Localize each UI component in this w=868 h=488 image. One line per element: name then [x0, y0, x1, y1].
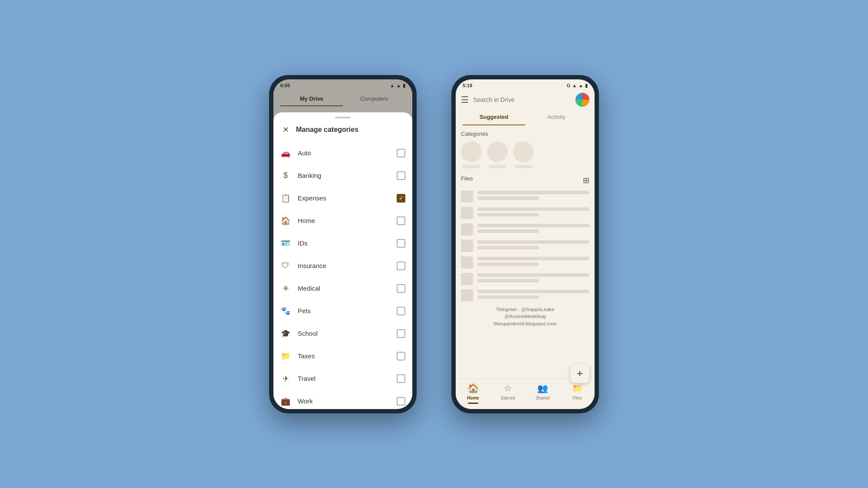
home-nav-icon: 🏠 [467, 382, 479, 394]
category-auto[interactable]: 🚗 Auto [273, 142, 412, 164]
home-nav-label: Home [467, 396, 479, 400]
bubble-circle-1 [461, 141, 482, 162]
medical-label: Medical [298, 285, 390, 292]
telegram-watermark: Telegram - @GappsLeaks@Assembledebugthes… [461, 306, 589, 328]
category-medical[interactable]: ✳ Medical [273, 277, 412, 300]
category-banking[interactable]: $ Banking [273, 164, 412, 187]
skel-line-7b [477, 295, 539, 299]
skel-lines-1 [477, 191, 589, 202]
home-checkbox[interactable] [397, 216, 405, 225]
category-pets[interactable]: 🐾 Pets [273, 300, 412, 322]
banking-checkbox[interactable] [397, 171, 405, 180]
wifi-icon-2: ▲ [579, 83, 583, 88]
category-travel[interactable]: ✈ Travel [273, 367, 412, 390]
skel-icon-6 [461, 273, 473, 285]
skel-icon-4 [461, 240, 473, 252]
skel-line-3b [477, 229, 539, 233]
skel-line-2b [477, 213, 539, 216]
fab-button[interactable]: + [570, 364, 589, 383]
avatar[interactable] [575, 93, 589, 107]
category-expenses[interactable]: 📋 Expenses ✓ [273, 187, 412, 210]
travel-icon: ✈ [280, 373, 291, 384]
bubble-circle-3 [513, 141, 534, 162]
travel-label: Travel [298, 375, 390, 382]
file-skeleton-2 [461, 207, 589, 219]
skel-lines-3 [477, 224, 589, 235]
shared-nav-icon: 👥 [536, 382, 549, 394]
skel-line-2a [477, 207, 589, 211]
insurance-icon: 🛡 [280, 261, 291, 271]
hamburger-icon[interactable]: ☰ [461, 95, 469, 105]
tab-activity[interactable]: Activity [525, 109, 588, 125]
work-checkbox[interactable] [397, 397, 405, 406]
sheet-handle [335, 117, 351, 118]
categories-row [461, 141, 589, 168]
school-checkbox[interactable] [397, 329, 405, 338]
skel-line-7a [477, 290, 589, 293]
nav-home[interactable]: 🏠 Home [456, 381, 490, 405]
phone2-main: ☰ Search in Drive Suggested Activity Cat… [456, 90, 595, 409]
home-icon: 🏠 [280, 216, 291, 226]
medical-icon: ✳ [280, 283, 291, 294]
school-icon: 🎓 [280, 328, 291, 339]
close-button[interactable]: ✕ [280, 124, 291, 135]
time-2: 5:19 [463, 83, 472, 88]
files-nav-label: Files [572, 396, 582, 400]
taxes-label: Taxes [298, 352, 390, 360]
signal-icon-2: ▲ [572, 83, 577, 88]
auto-checkbox[interactable] [397, 149, 405, 157]
google-icon: G [567, 83, 571, 88]
auto-label: Auto [298, 149, 390, 157]
ids-icon: 🪪 [280, 238, 291, 249]
grid-view-icon[interactable]: ⊞ [583, 176, 589, 185]
sheet-title: Manage categories [296, 126, 358, 134]
skel-lines-6 [477, 273, 589, 285]
files-nav-icon: 📁 [571, 382, 583, 394]
taxes-checkbox[interactable] [397, 352, 405, 360]
skel-line-5a [477, 257, 589, 260]
bubble-label-2 [489, 165, 506, 168]
cat-bubble-3 [513, 141, 534, 168]
skel-line-1a [477, 191, 589, 194]
pets-checkbox[interactable] [397, 307, 405, 315]
starred-nav-icon: ☆ [502, 382, 514, 394]
nav-starred[interactable]: ☆ Starred [490, 381, 525, 405]
skel-icon-1 [461, 190, 473, 203]
skel-line-4b [477, 246, 539, 249]
category-taxes[interactable]: 📁 Taxes [273, 345, 412, 367]
search-tabs: Suggested Activity [456, 109, 595, 125]
travel-checkbox[interactable] [397, 374, 405, 383]
phone-2: 5:19 G ▲ ▲ ▮ ☰ Search in Drive Suggested… [451, 75, 599, 413]
taxes-icon: 📁 [280, 351, 291, 361]
skel-lines-2 [477, 207, 589, 219]
tab-suggested[interactable]: Suggested [463, 109, 525, 125]
file-skeleton-1 [461, 190, 589, 203]
category-home[interactable]: 🏠 Home [273, 210, 412, 232]
skel-icon-5 [461, 256, 473, 269]
skel-lines-5 [477, 257, 589, 268]
category-list: 🚗 Auto $ Banking 📋 Expenses ✓ [273, 140, 412, 409]
expenses-checkbox[interactable]: ✓ [397, 194, 405, 203]
file-skeleton-6 [461, 273, 589, 285]
nav-shared[interactable]: 👥 Shared [525, 381, 560, 405]
nav-files[interactable]: 📁 Files [560, 381, 595, 405]
category-school[interactable]: 🎓 School [273, 322, 412, 345]
pets-label: Pets [298, 307, 390, 314]
bubble-label-1 [463, 165, 480, 168]
ids-label: IDs [298, 239, 390, 247]
bubble-label-3 [515, 165, 532, 168]
file-skeleton-4 [461, 240, 589, 252]
starred-nav-label: Starred [501, 396, 515, 400]
category-insurance[interactable]: 🛡 Insurance [273, 255, 412, 277]
insurance-checkbox[interactable] [397, 262, 405, 270]
insurance-label: Insurance [298, 262, 390, 269]
category-ids[interactable]: 🪪 IDs [273, 232, 412, 255]
category-work[interactable]: 💼 Work [273, 390, 412, 409]
search-input[interactable]: Search in Drive [473, 95, 571, 105]
ids-checkbox[interactable] [397, 239, 405, 248]
medical-checkbox[interactable] [397, 284, 405, 293]
home-label: Home [298, 217, 390, 224]
skel-line-4a [477, 240, 589, 244]
search-bar: ☰ Search in Drive [456, 90, 595, 109]
skel-icon-3 [461, 223, 473, 236]
